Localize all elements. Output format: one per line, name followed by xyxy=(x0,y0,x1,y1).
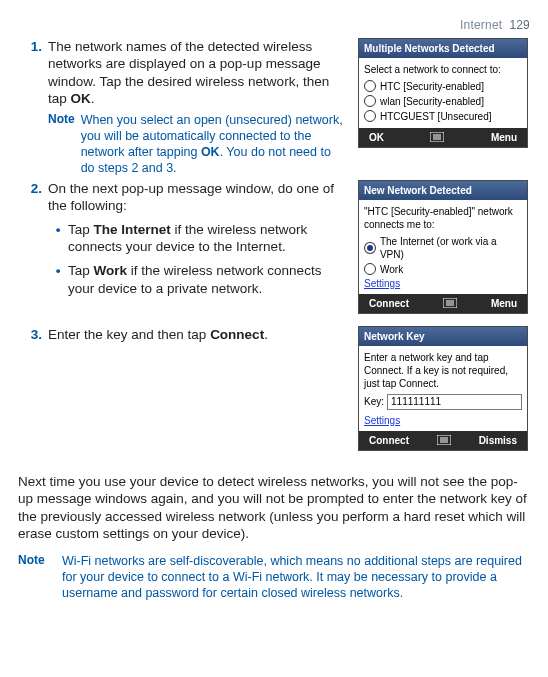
page-number: 129 xyxy=(509,18,530,32)
radio-icon xyxy=(364,110,376,122)
final-note-body: Wi-Fi networks are self-discoverable, wh… xyxy=(62,553,530,601)
shot1-body: Select a network to connect to: HTC [Sec… xyxy=(359,58,527,128)
shot1-opt2-label: wlan [Security-enabled] xyxy=(380,95,484,108)
page-header: Internet 129 xyxy=(18,18,530,34)
shot3-title: Network Key xyxy=(359,327,527,346)
bullet-icon: • xyxy=(48,221,68,256)
shot3-softkeys: Connect Dismiss xyxy=(359,431,527,450)
softkey-menu[interactable]: Menu xyxy=(491,297,517,310)
s3a: Enter the key and then tap xyxy=(48,327,210,342)
shot1-title: Multiple Networks Detected xyxy=(359,39,527,58)
shot2-settings-link[interactable]: Settings xyxy=(364,277,522,290)
keyboard-icon[interactable] xyxy=(437,435,451,445)
shot3-body: Enter a network key and tap Connect. If … xyxy=(359,346,527,431)
radio-checked-icon xyxy=(364,242,376,254)
note-b: OK xyxy=(201,145,220,159)
shot1-option-wlan[interactable]: wlan [Security-enabled] xyxy=(364,94,522,109)
screenshot-network-key: Network Key Enter a network key and tap … xyxy=(358,326,528,451)
softkey-connect[interactable]: Connect xyxy=(369,297,409,310)
shot2-prompt: "HTC [Security-enabled]" network connect… xyxy=(364,205,522,231)
final-note: Note Wi-Fi networks are self-discoverabl… xyxy=(18,553,530,601)
b2a: Tap xyxy=(68,263,94,278)
bullet-2-text: Tap Work if the wireless network connect… xyxy=(68,262,348,297)
shot2-opt2-label: Work xyxy=(380,263,403,276)
softkey-ok[interactable]: OK xyxy=(369,131,384,144)
section-name: Internet xyxy=(460,18,502,32)
step-1-note: Note When you select an open (unsecured)… xyxy=(48,112,348,176)
radio-icon xyxy=(364,80,376,92)
step-2-number: 2. xyxy=(18,180,48,198)
step-2-bullet-2: • Tap Work if the wireless network conne… xyxy=(48,262,348,297)
b1b: The Internet xyxy=(94,222,171,237)
softkey-connect[interactable]: Connect xyxy=(369,434,409,447)
shot2-option-internet[interactable]: The Internet (or work via a VPN) xyxy=(364,234,522,262)
shot2-body: "HTC [Security-enabled]" network connect… xyxy=(359,200,527,294)
step-2-row: 2. On the next pop-up message window, do… xyxy=(18,180,530,322)
note-body: When you select an open (unsecured) netw… xyxy=(81,112,348,176)
step-1-ok: OK xyxy=(71,91,91,106)
step-3-row: 3. Enter the key and then tap Connect. N… xyxy=(18,326,530,459)
screenshot-new-network: New Network Detected "HTC [Security-enab… xyxy=(358,180,528,314)
softkey-dismiss[interactable]: Dismiss xyxy=(479,434,517,447)
closing-paragraph: Next time you use your device to detect … xyxy=(18,473,530,543)
shot2-softkeys: Connect Menu xyxy=(359,294,527,313)
b1a: Tap xyxy=(68,222,94,237)
bullet-1-text: Tap The Internet if the wireless network… xyxy=(68,221,348,256)
softkey-menu[interactable]: Menu xyxy=(491,131,517,144)
screenshot-multiple-networks: Multiple Networks Detected Select a netw… xyxy=(358,38,528,148)
key-input[interactable]: 111111111 xyxy=(387,394,522,410)
step-2-intro: On the next pop-up message window, do on… xyxy=(48,181,334,214)
step-1-row: 1. The network names of the detected wir… xyxy=(18,38,530,176)
step-2-screenshot-col: New Network Detected "HTC [Security-enab… xyxy=(358,180,530,322)
shot3-settings-link[interactable]: Settings xyxy=(364,414,522,427)
radio-icon xyxy=(364,95,376,107)
final-note-label: Note xyxy=(18,553,62,601)
keyboard-icon[interactable] xyxy=(443,298,457,308)
shot3-prompt: Enter a network key and tap Connect. If … xyxy=(364,351,522,390)
step-2-bullet-1: • Tap The Internet if the wireless netwo… xyxy=(48,221,348,256)
s3b: Connect xyxy=(210,327,264,342)
shot1-option-htc[interactable]: HTC [Security-enabled] xyxy=(364,79,522,94)
keyboard-icon[interactable] xyxy=(430,132,444,142)
shot1-softkeys: OK Menu xyxy=(359,128,527,147)
note-label: Note xyxy=(48,112,81,176)
step-3-screenshot-col: Network Key Enter a network key and tap … xyxy=(358,326,530,459)
step-2-text: On the next pop-up message window, do on… xyxy=(48,180,358,297)
step-1-text-c: . xyxy=(91,91,95,106)
b2b: Work xyxy=(94,263,128,278)
shot2-option-work[interactable]: Work xyxy=(364,262,522,277)
step-3-number: 3. xyxy=(18,326,48,344)
shot1-prompt: Select a network to connect to: xyxy=(364,63,522,76)
key-label: Key: xyxy=(364,395,384,408)
step-3-text: Enter the key and then tap Connect. xyxy=(48,326,358,344)
s3c: . xyxy=(264,327,268,342)
radio-icon xyxy=(364,263,376,275)
step-1-number: 1. xyxy=(18,38,48,56)
shot2-title: New Network Detected xyxy=(359,181,527,200)
step-1-screenshot-col: Multiple Networks Detected Select a netw… xyxy=(358,38,530,156)
step-1-text: The network names of the detected wirele… xyxy=(48,38,358,176)
shot1-opt3-label: HTCGUEST [Unsecured] xyxy=(380,110,492,123)
shot1-option-guest[interactable]: HTCGUEST [Unsecured] xyxy=(364,109,522,124)
shot3-key-row: Key: 111111111 xyxy=(364,394,522,410)
shot2-opt1-label: The Internet (or work via a VPN) xyxy=(380,235,522,261)
shot1-opt1-label: HTC [Security-enabled] xyxy=(380,80,484,93)
bullet-icon: • xyxy=(48,262,68,297)
